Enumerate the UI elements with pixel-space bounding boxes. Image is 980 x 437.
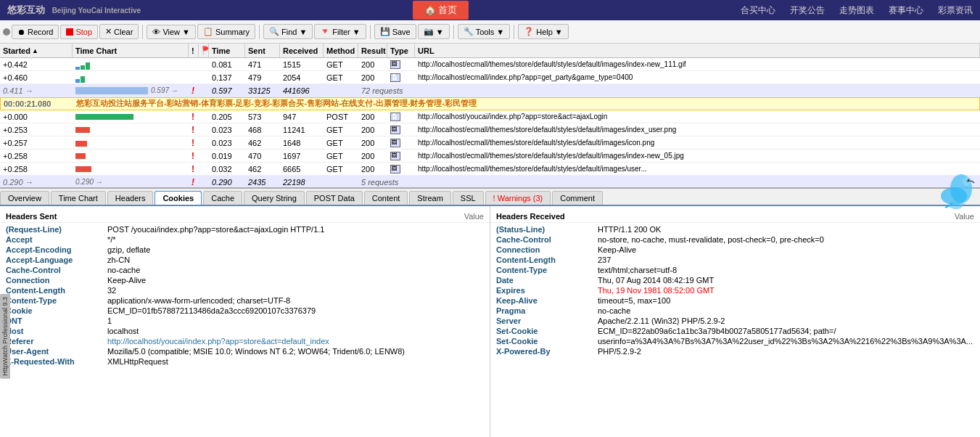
table-row[interactable]: +0.257 ! 0.023 462 1648 GET 200 🖼 http:/… (0, 136, 980, 150)
tabs-bar: Overview Time Chart Headers Cookies Cach… (0, 189, 980, 206)
tab-headers[interactable]: Headers (107, 191, 154, 205)
tab-ssl[interactable]: SSL (453, 191, 484, 205)
help-button[interactable]: ❓ Help ▼ (518, 24, 569, 39)
header-row: Content-Length 32 (0, 285, 490, 295)
home-button[interactable]: 🏠 首页 (413, 1, 469, 20)
cell-time: 0.023 (209, 136, 245, 149)
col-header-time[interactable]: Time (209, 44, 245, 57)
cell-url: http://localhost/ecmall/themes/store/def… (415, 163, 980, 175)
top-navigation: 悠彩互动 Beijing YouCai Interactive 🏠 首页 合买中… (0, 0, 980, 20)
col-header-url[interactable]: URL (415, 44, 980, 57)
find-icon: 🔍 (269, 27, 279, 36)
cell-exclaim: ! (189, 123, 199, 136)
table-row-page[interactable]: 00:00:21.080 悠彩互动投注站服务平台-彩站营销-体育彩票-足彩-竞彩… (0, 97, 980, 110)
tab-warnings[interactable]: ! Warnings (3) (485, 191, 551, 205)
cell-url: http://localhost/youcai/index.php?app=st… (415, 110, 980, 123)
table-row[interactable]: +0.442 0.081 471 1515 GET 200 🖼 http://l… (0, 58, 980, 71)
tab-postdata[interactable]: POST Data (306, 191, 363, 205)
cell-method: GET (324, 163, 358, 175)
cell-flag (199, 176, 209, 188)
cell-page-title: 悠彩互动投注站服务平台-彩站营销-体育彩票-足彩-竞彩-彩票合买-售彩网站-在线… (73, 98, 979, 110)
record-button[interactable]: ⏺ Record (12, 25, 59, 39)
table-row[interactable]: +0.460 0.137 479 2054 GET 200 📄 http://l… (0, 71, 980, 84)
link-caipiaozixun[interactable]: 彩票资讯 (938, 4, 973, 17)
header-row: X-Requested-With XMLHttpRequest (0, 356, 490, 367)
link-hemai[interactable]: 合买中心 (741, 4, 775, 17)
cell-received: 2054 (280, 71, 324, 83)
cell-received: 441696 (280, 84, 324, 97)
find-button[interactable]: 🔍 Find ▼ (263, 24, 313, 39)
cell-result: 200 (358, 136, 387, 149)
home-icon: 🏠 (424, 4, 436, 15)
svg-point-1 (941, 187, 967, 205)
cell-started: +0.000 (0, 110, 73, 123)
cell-timechart (73, 71, 189, 83)
tab-cookies[interactable]: Cookies (155, 191, 202, 205)
cell-flag (199, 84, 209, 97)
link-kaijianggonggao[interactable]: 开奖公告 (790, 4, 825, 17)
col-header-exclaim: ! (189, 44, 199, 57)
col-header-timechart[interactable]: Time Chart (73, 44, 189, 57)
clear-label: Clear (114, 28, 133, 36)
header-row: Server Apache/2.2.11 (Win32) PHP/5.2.9-2 (490, 316, 980, 326)
link-zoushituobiao[interactable]: 走势图表 (839, 4, 874, 17)
cell-method: GET (324, 136, 358, 149)
link-saishizhongxin[interactable]: 赛事中心 (889, 4, 923, 17)
cell-url (458, 84, 980, 97)
svg-point-3 (968, 179, 969, 181)
col-header-started[interactable]: Started ▲ (0, 44, 73, 57)
home-button-area[interactable]: 🏠 首页 (413, 1, 469, 20)
view-button[interactable]: 👁 View ▼ (147, 25, 196, 39)
headers-received-title: Headers Received Value (490, 211, 980, 223)
tab-stream[interactable]: Stream (409, 191, 450, 205)
separator-4 (453, 25, 454, 39)
col-header-method[interactable]: Method (324, 44, 358, 57)
cell-exclaim (189, 58, 199, 70)
table-row[interactable]: +0.258 ! 0.032 462 6665 GET 200 🖼 http:/… (0, 163, 980, 176)
cell-method: GET (324, 150, 358, 162)
tab-timechart[interactable]: Time Chart (51, 191, 106, 205)
record-label: Record (28, 28, 53, 36)
cell-exclaim: ! (189, 84, 199, 97)
cell-time: 0.597 (209, 84, 245, 97)
filter-button[interactable]: 🔻 Filter ▼ (314, 24, 366, 39)
tab-cache[interactable]: Cache (203, 191, 242, 205)
summary-button[interactable]: 📋 Summary (197, 24, 255, 39)
table-row[interactable]: +0.000 ! 0.205 573 947 POST 200 📄 http:/… (0, 110, 980, 123)
cell-url: http://localhost/ecmall/themes/store/def… (415, 150, 980, 162)
tab-content[interactable]: Content (364, 191, 408, 205)
col-header-flag: 🚩 (199, 44, 209, 57)
col-header-received[interactable]: Received (280, 44, 324, 57)
col-header-sent[interactable]: Sent (245, 44, 280, 57)
headers-sent-title: Headers Sent Value (0, 211, 490, 223)
tab-comment[interactable]: Comment (552, 191, 603, 205)
cell-received: 1515 (280, 58, 324, 70)
cell-type: 📄 (387, 71, 415, 83)
tools-label: Tools (476, 28, 495, 36)
header-row: Set-Cookie ECM_ID=822ab09a6c1a1bc3a79b4b… (490, 326, 980, 336)
cell-type: 🖼 (387, 163, 415, 175)
camera-dropdown-icon: ▼ (436, 28, 444, 36)
tab-overview[interactable]: Overview (0, 191, 49, 205)
header-row: Cache-Control no-store, no-cache, must-r… (490, 234, 980, 245)
col-header-type[interactable]: Type (387, 44, 415, 57)
table-row[interactable]: +0.253 ! 0.023 468 11241 GET 200 🖼 http:… (0, 123, 980, 136)
col-header-result[interactable]: Result (358, 44, 387, 57)
cell-sent: 468 (245, 123, 280, 136)
cell-timechart (73, 58, 189, 70)
header-row: User-Agent Mozilla/5.0 (compatible; MSIE… (0, 346, 490, 356)
table-row[interactable]: +0.258 ! 0.019 470 1697 GET 200 🖼 http:/… (0, 150, 980, 163)
save-button[interactable]: 💾 Save (374, 24, 416, 39)
separator-1 (142, 25, 143, 39)
cell-sent: 462 (245, 136, 280, 149)
clear-button[interactable]: ✕ Clear (99, 24, 139, 39)
header-row: Cookie ECM_ID=01fb578872113486da2a3ccc69… (0, 306, 490, 316)
record-icon: ⏺ (17, 28, 25, 36)
tools-button[interactable]: 🔧 Tools ▼ (458, 24, 511, 39)
camera-button[interactable]: 📷 ▼ (418, 24, 450, 39)
stop-button[interactable]: Stop (60, 25, 98, 39)
header-row: Accept-Language zh-CN (0, 255, 490, 265)
tab-querystring[interactable]: Query String (244, 191, 305, 205)
cell-result: 200 (358, 150, 387, 162)
cell-timechart (73, 150, 189, 162)
